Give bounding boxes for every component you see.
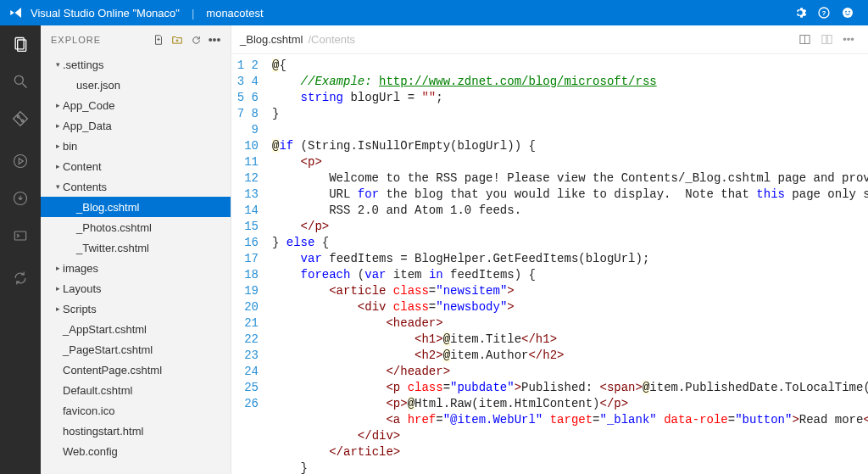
tree-item[interactable]: Default.cshtml bbox=[41, 380, 231, 400]
title-separator: | bbox=[192, 7, 194, 20]
tree-item[interactable]: Web.config bbox=[41, 441, 231, 461]
tree-label: Default.cshtml bbox=[63, 384, 132, 397]
file-tree: ▾.settingsuser.json▸App_Code▸App_Data▸bi… bbox=[41, 54, 231, 474]
svg-text:?: ? bbox=[822, 9, 826, 17]
svg-point-3 bbox=[845, 11, 847, 13]
line-gutter: 1 2 3 4 5 6 7 8 9 10 11 12 13 14 15 16 1… bbox=[231, 54, 267, 474]
tree-item[interactable]: ▸bin bbox=[41, 136, 231, 156]
sidebar-title: EXPLORE bbox=[51, 35, 149, 45]
svg-line-8 bbox=[23, 84, 27, 88]
activity-sync[interactable] bbox=[0, 259, 41, 297]
toggle-diff-icon[interactable] bbox=[815, 29, 837, 51]
explorer-sidebar: EXPLORE ••• ▾.settingsuser.json▸App_Code… bbox=[41, 25, 231, 474]
new-file-icon[interactable] bbox=[149, 31, 168, 49]
twisty-icon: ▾ bbox=[53, 182, 63, 191]
tree-item[interactable]: _Twitter.cshtml bbox=[41, 237, 231, 258]
twisty-icon: ▸ bbox=[53, 162, 63, 170]
tree-label: bin bbox=[63, 140, 77, 153]
tree-label: favicon.ico bbox=[63, 404, 114, 417]
split-editor-icon[interactable] bbox=[793, 29, 815, 51]
tree-label: _Twitter.cshtml bbox=[76, 242, 149, 254]
svg-point-4 bbox=[849, 11, 850, 13]
tree-item[interactable]: hostingstart.html bbox=[41, 421, 231, 441]
tree-label: ContentPage.cshtml bbox=[63, 364, 162, 376]
tree-label: _Photos.cshtml bbox=[76, 221, 152, 234]
app-title: Visual Studio Online "Monaco" bbox=[31, 7, 180, 20]
tree-label: .settings bbox=[63, 59, 103, 71]
activity-explore[interactable] bbox=[0, 25, 41, 63]
twisty-icon: ▸ bbox=[53, 121, 63, 130]
twisty-icon: ▸ bbox=[53, 101, 63, 109]
top-bar: Visual Studio Online "Monaco" | monacote… bbox=[0, 0, 868, 25]
twisty-icon: ▾ bbox=[53, 60, 63, 69]
project-name[interactable]: monacotest bbox=[206, 7, 263, 20]
svg-point-7 bbox=[14, 75, 23, 84]
tree-label: _AppStart.cshtml bbox=[63, 323, 147, 336]
sidebar-header: EXPLORE ••• bbox=[41, 25, 231, 54]
twisty-icon: ▸ bbox=[53, 142, 63, 150]
tree-label: user.json bbox=[76, 79, 120, 92]
tree-label: hostingstart.html bbox=[63, 425, 143, 438]
tree-label: Scripts bbox=[63, 303, 97, 315]
twisty-icon: ▸ bbox=[53, 264, 63, 272]
tree-item[interactable]: ▸Content bbox=[41, 156, 231, 176]
more-icon[interactable]: ••• bbox=[205, 31, 224, 49]
activity-git[interactable] bbox=[0, 100, 41, 137]
tree-item[interactable]: _Photos.cshtml bbox=[41, 217, 231, 237]
feedback-button[interactable] bbox=[836, 1, 860, 25]
svg-point-12 bbox=[14, 155, 27, 168]
vs-logo-icon bbox=[8, 5, 24, 20]
activity-console[interactable] bbox=[0, 217, 41, 254]
tree-item[interactable]: ContentPage.cshtml bbox=[41, 360, 231, 380]
tree-label: images bbox=[63, 262, 98, 275]
tree-label: Layouts bbox=[63, 282, 102, 295]
settings-button[interactable] bbox=[788, 1, 812, 25]
tree-label: _PageStart.cshtml bbox=[63, 343, 153, 356]
editor-more-icon[interactable]: ••• bbox=[837, 29, 860, 51]
activity-search[interactable] bbox=[0, 63, 41, 100]
tree-label: Content bbox=[63, 160, 102, 173]
tree-item[interactable]: user.json bbox=[41, 75, 231, 95]
tree-label: Contents bbox=[63, 181, 107, 193]
activity-run[interactable] bbox=[0, 142, 41, 180]
tree-item[interactable]: ▸App_Data bbox=[41, 115, 231, 136]
code-content[interactable]: @{ //Example: http://www.zdnet.com/blog/… bbox=[267, 54, 868, 474]
svg-line-11 bbox=[19, 117, 23, 121]
tree-item[interactable]: _AppStart.cshtml bbox=[41, 319, 231, 339]
tree-item[interactable]: ▸Scripts bbox=[41, 298, 231, 319]
twisty-icon: ▸ bbox=[53, 304, 63, 313]
tree-item[interactable]: ▸images bbox=[41, 258, 231, 278]
tree-label: _Blog.cshtml bbox=[76, 201, 139, 214]
refresh-icon[interactable] bbox=[186, 31, 205, 49]
tree-item[interactable]: ▾Contents bbox=[41, 176, 231, 197]
twisty-icon: ▸ bbox=[53, 284, 63, 293]
help-button[interactable]: ? bbox=[812, 1, 836, 25]
editor-pane: _Blog.cshtml /Contents ••• 1 2 3 4 5 6 7… bbox=[231, 25, 868, 474]
tree-label: Web.config bbox=[63, 445, 118, 458]
tree-label: App_Code bbox=[63, 99, 114, 112]
tree-item[interactable]: ▸Layouts bbox=[41, 278, 231, 298]
svg-rect-14 bbox=[14, 231, 25, 240]
tree-label: App_Data bbox=[63, 120, 112, 132]
svg-rect-18 bbox=[827, 36, 832, 44]
code-area[interactable]: 1 2 3 4 5 6 7 8 9 10 11 12 13 14 15 16 1… bbox=[231, 54, 868, 474]
tab-filename[interactable]: _Blog.cshtml bbox=[240, 33, 303, 46]
tab-folder: /Contents bbox=[308, 33, 355, 46]
tree-item[interactable]: favicon.ico bbox=[41, 400, 231, 421]
tree-item[interactable]: _Blog.cshtml bbox=[41, 197, 231, 217]
activity-bar bbox=[0, 25, 41, 474]
tree-item[interactable]: ▾.settings bbox=[41, 54, 231, 75]
tree-item[interactable]: ▸App_Code bbox=[41, 95, 231, 115]
svg-point-2 bbox=[843, 8, 853, 18]
svg-rect-17 bbox=[821, 36, 826, 44]
editor-tab-bar: _Blog.cshtml /Contents ••• bbox=[231, 25, 868, 54]
new-folder-icon[interactable] bbox=[168, 31, 186, 49]
activity-output[interactable] bbox=[0, 180, 41, 217]
tree-item[interactable]: _PageStart.cshtml bbox=[41, 339, 231, 360]
